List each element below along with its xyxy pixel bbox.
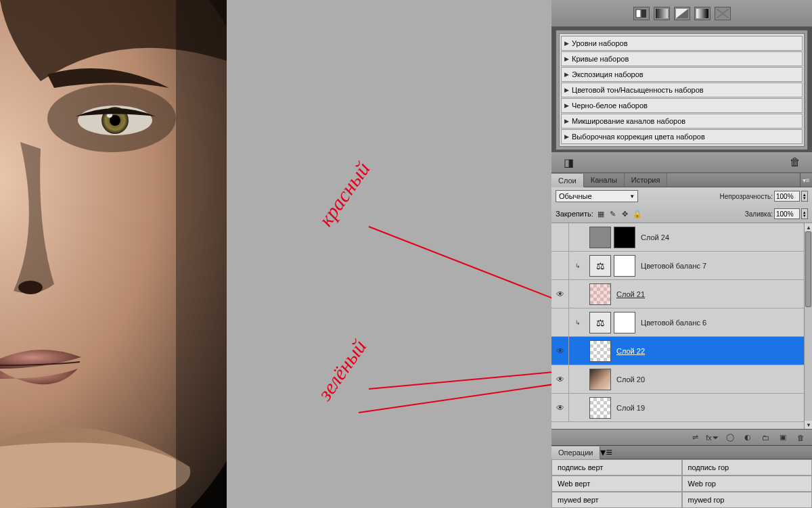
layer-mask-thumbnail[interactable] [614, 227, 635, 248]
lock-pixels-icon[interactable]: ✎ [608, 209, 618, 218]
document-image [0, 0, 227, 508]
adjustments-icon-row [551, 0, 812, 27]
actions-grid: подпись верт подпись гор Web верт Web го… [551, 459, 812, 508]
scroll-up-icon[interactable]: ▲ [805, 223, 812, 231]
action-button[interactable]: Web верт [551, 476, 682, 492]
lock-transparency-icon[interactable]: ▦ [596, 209, 606, 218]
delete-layer-icon[interactable]: 🗑 [794, 432, 807, 443]
preset-item[interactable]: ▶Черно-белое наборов [561, 98, 803, 113]
fill-stepper[interactable]: ▴▾ [801, 208, 808, 219]
link-layers-icon[interactable]: ⇌ [689, 432, 701, 443]
return-adjustment-icon[interactable]: ◨ [561, 156, 576, 168]
opacity-stepper[interactable]: ▴▾ [801, 191, 808, 202]
svg-rect-11 [656, 9, 668, 18]
preset-item[interactable]: ▶Кривые наборов [561, 51, 803, 66]
preset-label: Микширование каналов наборов [572, 117, 685, 125]
layer-name[interactable]: Слой 24 [638, 233, 669, 241]
layer-row[interactable]: Слой 20 [551, 365, 804, 394]
preset-label: Цветовой тон/Насыщенность наборов [572, 86, 704, 94]
adjustment-presets-panel: ▶Уровни наборов ▶Кривые наборов ▶Экспози… [556, 30, 808, 150]
layer-row[interactable]: Слой 21 [551, 280, 804, 308]
trash-icon[interactable]: 🗑 [788, 156, 803, 168]
layers-scrollbar[interactable]: ▲ ▼ [804, 223, 812, 429]
layers-footer: ⇌ fx⏷ ◯ ◐ 🗀 ▣ 🗑 [551, 429, 812, 445]
layer-name[interactable]: Цветовой баланс 7 [638, 262, 706, 270]
opacity-input[interactable]: 100% [774, 191, 800, 202]
preset-item[interactable]: ▶Микширование каналов наборов [561, 114, 803, 129]
scrollbar-thumb[interactable] [805, 231, 811, 307]
layer-row[interactable]: Слой 24 [551, 223, 804, 252]
action-button[interactable]: подпись верт [551, 459, 682, 476]
layer-mask-thumbnail[interactable] [614, 255, 635, 277]
visibility-toggle[interactable] [551, 394, 569, 421]
layer-row[interactable]: ↳ ⚖ Цветовой баланс 6 [551, 308, 804, 337]
layer-thumbnail[interactable] [589, 227, 611, 248]
visibility-toggle[interactable] [551, 337, 569, 365]
action-button[interactable]: mywed гор [682, 492, 813, 508]
preset-item[interactable]: ▶Выборочная коррекция цвета наборов [561, 129, 803, 144]
layer-row[interactable]: ↳ ⚖ Цветовой баланс 7 [551, 252, 804, 280]
adjustment-thumbnail[interactable]: ⚖ [589, 255, 611, 277]
annotation-arrow-3 [355, 379, 551, 419]
visibility-toggle[interactable] [551, 223, 569, 251]
adjustment-thumbnail[interactable]: ⚖ [589, 312, 611, 333]
adjustment-preset-icon[interactable] [715, 7, 731, 20]
fill-input[interactable]: 100% [774, 208, 800, 219]
triangle-icon: ▶ [564, 102, 569, 109]
layer-mask-thumbnail[interactable] [614, 312, 635, 333]
lock-all-icon[interactable]: 🔒 [633, 209, 642, 218]
layer-name[interactable]: Слой 20 [614, 375, 645, 384]
adjustment-preset-icon[interactable] [633, 7, 650, 20]
preset-item[interactable]: ▶Уровни наборов [561, 36, 803, 51]
adjustment-preset-icon[interactable] [654, 7, 670, 20]
visibility-toggle[interactable] [551, 365, 569, 393]
layer-thumbnail[interactable] [589, 369, 611, 390]
visibility-toggle[interactable] [551, 252, 569, 279]
layers-panel-tabs: Слои Каналы История ▾≡ [551, 173, 812, 187]
layer-mask-icon[interactable]: ◯ [724, 432, 736, 443]
layer-name[interactable]: Слой 22 [614, 347, 645, 355]
layer-thumbnail[interactable] [589, 397, 611, 419]
panel-menu-icon[interactable]: ▾≡ [800, 173, 812, 187]
lock-position-icon[interactable]: ✥ [621, 209, 630, 218]
fill-label: Заливка: [745, 210, 773, 218]
tab-operations[interactable]: Операции [551, 446, 600, 459]
layer-row-selected[interactable]: Слой 22 [551, 337, 804, 365]
new-layer-icon[interactable]: ▣ [777, 432, 789, 443]
layer-name[interactable]: Слой 21 [614, 290, 645, 298]
blend-mode-select[interactable]: Обычные ▼ [556, 190, 638, 202]
blend-mode-value: Обычные [559, 192, 592, 200]
adjustments-footer: ◨ 🗑 [551, 152, 812, 173]
panel-menu-icon[interactable]: ▾≡ [600, 446, 612, 459]
triangle-icon: ▶ [564, 133, 569, 140]
adjustment-preset-icon[interactable] [694, 7, 710, 20]
layer-thumbnail[interactable] [589, 283, 611, 305]
tab-channels[interactable]: Каналы [584, 173, 625, 187]
preset-item[interactable]: ▶Цветовой тон/Насыщенность наборов [561, 83, 803, 97]
scroll-down-icon[interactable]: ▼ [805, 421, 812, 429]
triangle-icon: ▶ [564, 87, 569, 93]
action-button[interactable]: Web гор [682, 476, 813, 492]
svg-point-7 [18, 281, 43, 294]
group-icon[interactable]: 🗀 [759, 432, 771, 443]
link-spacer [569, 365, 587, 393]
opacity-label: Непрозрачность: [719, 193, 773, 200]
layer-row[interactable]: Слой 19 [551, 394, 804, 422]
canvas-area[interactable]: красный зелёный [0, 0, 551, 508]
tab-history[interactable]: История [625, 173, 668, 187]
annotation-arrow-2 [365, 365, 551, 392]
action-button[interactable]: подпись гор [682, 459, 813, 476]
layer-name[interactable]: Цветовой баланс 6 [638, 319, 706, 327]
preset-label: Кривые наборов [572, 55, 629, 63]
adjustment-preset-icon[interactable] [674, 7, 690, 20]
action-button[interactable]: mywed верт [551, 492, 682, 508]
preset-item[interactable]: ▶Экспозиция наборов [561, 67, 803, 82]
layer-thumbnail[interactable] [589, 340, 611, 362]
layer-name[interactable]: Слой 19 [614, 404, 645, 412]
visibility-toggle[interactable] [551, 280, 569, 308]
layer-fx-icon[interactable]: fx⏷ [706, 432, 719, 443]
visibility-toggle[interactable] [551, 308, 569, 336]
adjustment-layer-icon[interactable]: ◐ [742, 432, 754, 443]
tab-layers[interactable]: Слои [551, 174, 584, 187]
lock-label: Закрепить: [556, 210, 593, 218]
